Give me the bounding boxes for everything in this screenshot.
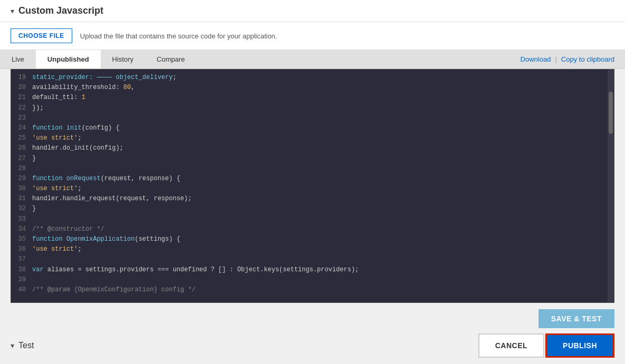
page-container: ▾ Custom Javascript CHOOSE FILE Upload t… bbox=[0, 0, 625, 364]
code-content: 19 static_provider: ──── object_delivery… bbox=[11, 70, 614, 302]
code-line-40: 40 /** @param {OpenmixConfiguration} con… bbox=[11, 285, 608, 295]
tab-unpublished[interactable]: Unpublished bbox=[36, 50, 101, 68]
upload-description: Upload the file that contains the source… bbox=[80, 32, 277, 40]
code-editor: 19 static_provider: ──── object_delivery… bbox=[11, 69, 614, 303]
tabs-left: Live Unpublished History Compare bbox=[0, 50, 197, 68]
code-line-25: 25 'use strict'; bbox=[11, 133, 608, 143]
code-line-33: 33 bbox=[11, 214, 608, 224]
code-line-21: 21 default_ttl: 1 bbox=[11, 93, 608, 103]
code-line-24: 24 function init(config) { bbox=[11, 123, 608, 133]
save-test-row: SAVE & TEST bbox=[11, 309, 614, 328]
tabs-right: Download | Copy to clipboard bbox=[521, 55, 625, 63]
test-label: Test bbox=[18, 341, 34, 350]
tab-live[interactable]: Live bbox=[0, 50, 36, 68]
tabs-container: Live Unpublished History Compare Downloa… bbox=[0, 50, 625, 69]
code-line-36: 36 'use strict'; bbox=[11, 244, 608, 254]
publish-button[interactable]: PUBLISH bbox=[545, 333, 614, 358]
section-title: Custom Javascript bbox=[18, 5, 103, 16]
code-line-34: 34 /** @constructor */ bbox=[11, 224, 608, 234]
file-upload-area: CHOOSE FILE Upload the file that contain… bbox=[0, 22, 625, 50]
code-line-26: 26 handler.do_init(config); bbox=[11, 143, 608, 153]
code-line-35: 35 function OpenmixApplication(settings)… bbox=[11, 234, 608, 244]
download-button[interactable]: Download bbox=[521, 55, 551, 63]
bottom-area: SAVE & TEST ▾ Test CANCEL PUBLISH bbox=[0, 303, 625, 364]
code-line-31: 31 handler.handle_request(request, respo… bbox=[11, 194, 608, 204]
action-separator: | bbox=[555, 55, 556, 63]
code-line-23: 23 bbox=[11, 113, 608, 123]
action-row: ▾ Test CANCEL PUBLISH bbox=[11, 333, 614, 358]
code-line-22: 22 }); bbox=[11, 103, 608, 113]
code-line-38: 38 var aliases = settings.providers === … bbox=[11, 265, 608, 275]
code-line-30: 30 'use strict'; bbox=[11, 184, 608, 194]
code-line-28: 28 bbox=[11, 164, 608, 174]
code-line-39: 39 bbox=[11, 275, 608, 285]
code-line-29: 29 function onRequest(request, response)… bbox=[11, 174, 608, 184]
code-area: 19 static_provider: ──── object_delivery… bbox=[11, 70, 608, 302]
code-line-37: 37 bbox=[11, 254, 608, 264]
action-buttons: CANCEL PUBLISH bbox=[478, 333, 614, 358]
code-line-27: 27 } bbox=[11, 154, 608, 164]
section-header: ▾ Custom Javascript bbox=[0, 0, 625, 22]
code-line-32: 32 } bbox=[11, 204, 608, 214]
tab-compare[interactable]: Compare bbox=[145, 50, 196, 68]
choose-file-button[interactable]: CHOOSE FILE bbox=[11, 28, 72, 43]
test-section: ▾ Test bbox=[11, 341, 34, 350]
code-line-19: 19 static_provider: ──── object_delivery… bbox=[11, 73, 608, 83]
save-test-button[interactable]: SAVE & TEST bbox=[539, 309, 614, 328]
test-chevron-icon: ▾ bbox=[11, 341, 14, 350]
code-line-20: 20 availability_threshold: 80, bbox=[11, 83, 608, 93]
cancel-button[interactable]: CANCEL bbox=[478, 333, 544, 358]
scrollbar[interactable] bbox=[608, 70, 614, 302]
copy-to-clipboard-button[interactable]: Copy to clipboard bbox=[561, 55, 614, 63]
tab-history[interactable]: History bbox=[101, 50, 145, 68]
scrollbar-thumb[interactable] bbox=[609, 92, 613, 134]
section-chevron-icon: ▾ bbox=[11, 7, 14, 15]
